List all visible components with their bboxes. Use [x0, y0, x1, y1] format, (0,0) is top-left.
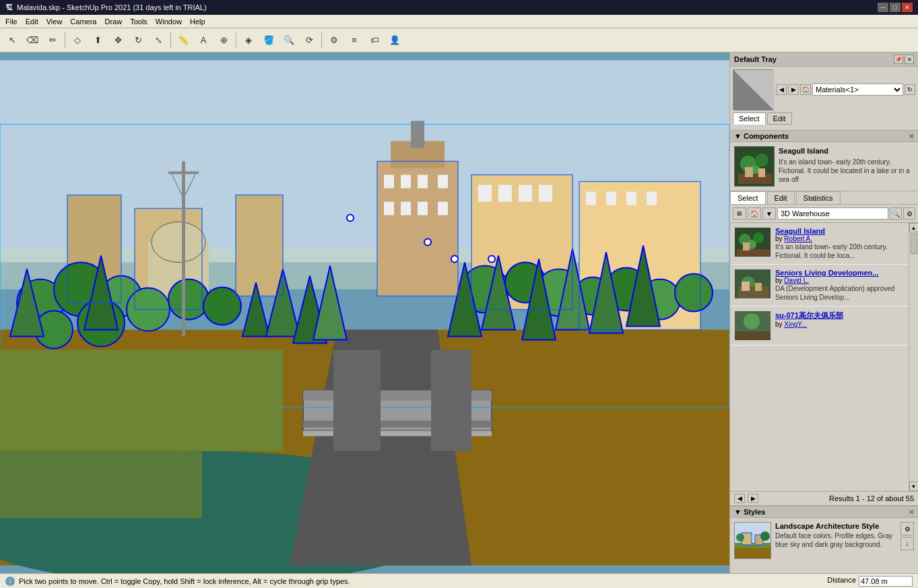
comp-dropdown-arrow-button[interactable]: ▼	[762, 207, 776, 220]
materials-back-button[interactable]: ◀	[776, 84, 787, 95]
default-tray-header: Default Tray 📌 ✕	[730, 53, 918, 67]
comp-result-title-2[interactable]: Seniors Living Developmen...	[775, 269, 905, 277]
tray-close-button[interactable]: ✕	[905, 55, 914, 64]
comp-select-tab[interactable]: Select	[730, 191, 766, 204]
component-results-footer: ◀ ▶ Results 1 - 12 of about 55	[730, 491, 918, 505]
menu-camera[interactable]: Camera	[66, 16, 100, 27]
status-message: Pick two points to move. Ctrl = toggle C…	[19, 577, 350, 585]
app-icon: 🏗	[5, 3, 13, 11]
tape-tool-button[interactable]: 📏	[174, 31, 193, 50]
materials-refresh-button[interactable]: ↻	[905, 84, 915, 95]
scroll-up-button[interactable]: ▲	[909, 223, 919, 232]
comp-result-author-1[interactable]: Robert A.	[784, 235, 812, 242]
components-close-icon[interactable]: ✕	[909, 133, 914, 140]
person-tool-button[interactable]: 👤	[385, 31, 404, 50]
menu-view[interactable]: View	[42, 16, 67, 27]
comp-result-item-2[interactable]: Seniors Living Developmen... by David L.…	[730, 265, 909, 306]
comp-result-author-2[interactable]: David L.	[784, 277, 809, 284]
svg-rect-70	[431, 350, 471, 451]
eraser-tool-button[interactable]: ⌫	[23, 31, 42, 50]
materials-home-button[interactable]: 🏠	[800, 84, 811, 95]
svg-rect-15	[438, 175, 448, 189]
menu-tools[interactable]: Tools	[126, 16, 152, 27]
component-search-options-button[interactable]: ⚙	[903, 207, 915, 220]
comp-result-item-1[interactable]: Seagull Island by Robert A. It's an isla…	[730, 223, 909, 265]
scroll-down-button[interactable]: ▼	[909, 482, 919, 491]
menu-file[interactable]: File	[1, 16, 22, 27]
close-button[interactable]: ✕	[902, 3, 913, 12]
svg-point-110	[760, 531, 770, 541]
materials-select-tab[interactable]: Select	[733, 112, 766, 125]
move-tool-button[interactable]: ✥	[108, 31, 127, 50]
selected-component-description: It's an island town- early 20th century.…	[779, 158, 914, 184]
push-pull-button[interactable]: ⬆	[88, 31, 107, 50]
axes-tool-button[interactable]: ⊕	[214, 31, 233, 50]
scale-tool-button[interactable]: ⤡	[149, 31, 168, 50]
svg-rect-16	[384, 202, 394, 216]
menu-edit[interactable]: Edit	[22, 16, 42, 27]
components-section-header[interactable]: ▼ Components ✕	[730, 131, 918, 142]
comp-result-item-3[interactable]: su-071高尔夫俱乐部 by XingY...	[730, 306, 909, 346]
shape-tool-button[interactable]: ◇	[68, 31, 87, 50]
style-update-button[interactable]: ↓	[900, 537, 914, 550]
svg-rect-78	[168, 172, 199, 174]
style-controls: ⚙ ↓	[900, 522, 914, 569]
comp-grid-view-button[interactable]: ⊞	[733, 207, 746, 220]
gear-tool-button[interactable]: ⚙	[325, 31, 343, 50]
comp-result-author-3[interactable]: XingY...	[784, 321, 807, 328]
zoom-tool-button[interactable]: 🔍	[280, 31, 298, 50]
select-tool-button[interactable]: ↖	[3, 31, 22, 50]
component-search-input[interactable]	[777, 207, 888, 220]
comp-edit-tab[interactable]: Edit	[767, 191, 795, 204]
component-search-go-button[interactable]: 🔍	[890, 207, 902, 220]
menu-draw[interactable]: Draw	[100, 16, 126, 27]
comp-statistics-tab[interactable]: Statistics	[796, 191, 841, 204]
component-detail-panel: Seagull Island It's an island town- earl…	[730, 142, 918, 191]
comp-result-info-2: Seniors Living Developmen... by David L.…	[775, 269, 905, 302]
style-options-button[interactable]: ⚙	[900, 522, 914, 535]
maximize-button[interactable]: □	[890, 3, 900, 12]
comp-home-button[interactable]: 🏠	[748, 207, 761, 220]
component-thumbnail	[734, 146, 775, 187]
styles-section-header[interactable]: ▼ Styles ✕	[730, 507, 918, 518]
paint-tool-button[interactable]: 🪣	[259, 31, 278, 50]
material-preview-swatch	[733, 69, 773, 110]
tray-pin-button[interactable]: 📌	[894, 55, 903, 64]
text-tool-button[interactable]: A	[194, 31, 213, 50]
comp-search-left-controls: ⊞ 🏠 ▼	[733, 207, 776, 220]
status-info-button[interactable]: i	[5, 577, 15, 586]
styles-close-icon[interactable]: ✕	[909, 509, 914, 516]
svg-rect-88	[745, 167, 753, 177]
material-tabs: Select Edit	[733, 112, 915, 125]
distance-input[interactable]	[859, 576, 913, 587]
materials-dropdown[interactable]: Materials<1>	[812, 84, 903, 96]
components-section-title: ▼ Components	[734, 132, 789, 140]
menu-window[interactable]: Window	[152, 16, 186, 27]
tag-tool-button[interactable]: 🏷	[365, 31, 384, 50]
layers-tool-button[interactable]: ≡	[345, 31, 364, 50]
main-layout: Default Tray 📌 ✕ ◀ ▶	[0, 53, 918, 573]
svg-point-62	[347, 215, 354, 222]
distance-label: Distance	[827, 576, 856, 587]
materials-dropdown-row: ◀ ▶ 🏠 Materials<1> ↻	[776, 84, 915, 96]
results-next-button[interactable]: ▶	[748, 494, 758, 503]
component-tool-button[interactable]: ◈	[239, 31, 258, 50]
scene-canvas	[0, 53, 729, 573]
comp-result-title-1[interactable]: Seagull Island	[775, 227, 905, 235]
style-info: Landscape Architecture Style Default fac…	[775, 522, 896, 569]
results-prev-button[interactable]: ◀	[734, 494, 745, 503]
comp-result-thumb-1	[734, 227, 771, 257]
svg-rect-27	[606, 192, 616, 205]
comp-result-title-3[interactable]: su-071高尔夫俱乐部	[775, 311, 905, 321]
pencil-tool-button[interactable]: ✏	[43, 31, 62, 50]
toolbar-separator-2	[170, 32, 171, 48]
materials-forward-button[interactable]: ▶	[788, 84, 799, 95]
materials-edit-tab[interactable]: Edit	[767, 112, 792, 125]
viewport[interactable]	[0, 53, 729, 573]
svg-rect-17	[401, 202, 411, 216]
minimize-button[interactable]: ─	[878, 3, 888, 12]
scroll-thumb[interactable]	[911, 234, 917, 254]
menu-help[interactable]: Help	[186, 16, 209, 27]
orbit-tool-button[interactable]: ⟳	[300, 31, 319, 50]
rotate-tool-button[interactable]: ↻	[129, 31, 147, 50]
